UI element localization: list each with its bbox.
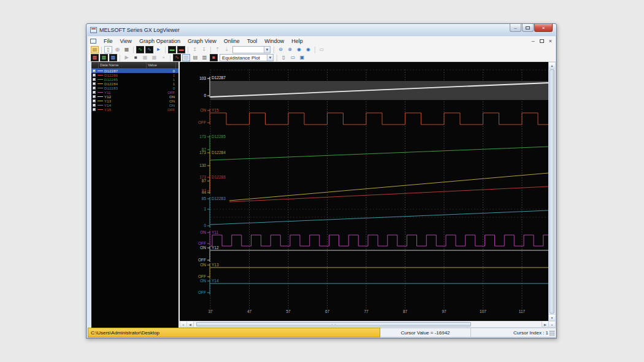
menu-graph-view[interactable]: Graph View [184,37,220,45]
tick-label: OFF [198,274,206,279]
visibility-checkbox[interactable]: ✓ [93,99,96,102]
menu-online[interactable]: Online [220,37,243,45]
close-button[interactable]: × [534,24,553,32]
data-value-label: OFF [153,91,178,94]
menu-file[interactable]: File [100,37,117,45]
vertical-scrollbar[interactable]: ▲ ▼ [548,62,556,321]
menu-help[interactable]: Help [288,37,307,45]
menu-tool[interactable]: Tool [243,37,261,45]
visibility-checkbox[interactable]: ✓ [93,87,96,90]
menu-window[interactable]: Window [261,37,288,45]
open-file-icon[interactable]: ▯ [104,46,112,53]
scroll-down-button[interactable]: ▼ [549,314,555,320]
data-list-panel: Data Name Value ✓D122870✓D122861✓D122851… [91,62,178,328]
chevron-down-icon[interactable]: ▼ [264,47,270,53]
maximize-button[interactable] [522,24,534,32]
child-close-button[interactable]: × [549,38,552,44]
maximize-icon [526,26,530,29]
play-icon[interactable]: ▶ [123,54,131,61]
child-window-icon[interactable] [90,39,96,44]
visibility-checkbox[interactable]: ✓ [93,74,96,77]
legend-row-D12286[interactable]: ✓D122861 [91,73,178,77]
grid-cols-icon[interactable]: ▥ [201,54,209,61]
find-data-icon[interactable]: ◎ [113,46,121,53]
jump-prev-icon[interactable]: ⇡ [213,46,221,53]
visibility-checkbox[interactable]: ✓ [93,82,96,85]
trend-graph-area[interactable]: 1030D12287ONOFFY1517387D122851731308744D… [180,62,548,321]
capture-icon[interactable]: ▭ [318,46,326,53]
legend-row-Y13[interactable]: ✓Y13ON [91,99,178,103]
grid-rows-icon[interactable]: ▤ [191,54,199,61]
legend-row-D12284[interactable]: ✓D122841 [91,82,178,86]
legend-row-D12287[interactable]: ✓D122870 [91,69,178,73]
horizontal-scroll-thumb[interactable] [196,322,471,326]
scroll-end-button[interactable]: » [548,322,555,327]
historical-trend-icon[interactable]: ∿ [173,54,181,61]
chevron-down-icon[interactable]: ▼ [267,55,273,61]
print-icon[interactable]: ▦ [123,46,131,53]
realtime-trend-icon[interactable]: ▥ [182,54,190,61]
visibility-checkbox[interactable]: ✓ [93,95,96,98]
data-setting2-icon[interactable]: ▩ [100,54,108,61]
visibility-checkbox[interactable]: ✓ [93,104,96,107]
close-graph-icon[interactable]: × [159,54,167,61]
plot-mode-combo[interactable]: Equidistance Plot▼ [220,54,274,61]
trend-window-alt-icon[interactable]: ▬ [177,46,185,53]
cascade-windows-icon[interactable]: ▣ [298,54,306,61]
vertical-scroll-thumb[interactable] [550,69,554,314]
menu-view[interactable]: View [117,37,136,45]
graph-view-alt-icon[interactable]: ∿ [145,46,153,53]
minimize-button[interactable]: – [510,24,521,32]
zoom-out-icon[interactable]: ⊖ [277,46,285,53]
legend-row-Y12[interactable]: ✓Y12ON [91,94,178,99]
checkbox-column-header[interactable] [91,62,99,68]
cursor-down-icon[interactable]: ↧ [200,46,208,53]
legend-row-D12283[interactable]: ✓D122830 [91,86,178,90]
legend-row-Y15[interactable]: ✓Y15OFF [91,107,178,112]
visibility-checkbox[interactable]: ✓ [93,78,96,81]
visibility-checkbox[interactable]: ✓ [93,69,96,72]
data-value-label: ON [153,95,178,99]
title-bar[interactable]: MELSOFT Series GX LogViewer – × [86,24,556,36]
visibility-checkbox[interactable]: ✓ [93,91,96,94]
scroll-up-button[interactable]: ▲ [549,63,555,69]
scroll-home-button[interactable]: « [180,322,187,327]
legend-row-Y14[interactable]: ✓Y14ON [91,103,178,107]
file-path-status: C:\Users\Administrator\Desktop [88,328,380,337]
horizontal-scrollbar[interactable]: « ◀ ▶ » [180,321,556,328]
menu-graph-operation[interactable]: Graph Operation [136,37,184,45]
cursor-up-icon[interactable]: ↥ [191,46,199,53]
jump-next-icon[interactable]: ⇣ [223,46,231,53]
scroll-left-button[interactable]: ◀ [187,322,194,327]
data-search-combo[interactable]: ▼ [232,46,270,53]
online-run-icon[interactable]: ► [155,46,163,53]
alarm-graph-icon[interactable]: ■ [210,54,218,61]
open-log-icon[interactable]: ▤ [91,46,99,53]
tile-horizontal-icon[interactable]: ▭ [289,54,297,61]
visibility-checkbox[interactable]: ✓ [93,108,96,111]
horizontal-scroll-track[interactable] [194,322,542,327]
legend-row-D12285[interactable]: ✓D122851 [91,77,178,82]
resize-grip[interactable] [550,331,554,336]
toolbar-separator [101,47,102,53]
legend-row-Y11[interactable]: ✓Y11OFF [91,90,178,94]
value-column-header[interactable]: Value [147,62,176,68]
zoom-next-icon[interactable]: ◉ [304,46,312,53]
tile-vertical-icon[interactable]: ▯ [280,54,288,61]
data-name-column-header[interactable]: Data Name [99,62,147,68]
data-list-header[interactable]: Data Name Value [91,62,178,69]
tick-label: 130 [199,163,206,168]
trend-window-icon[interactable]: ▬ [168,46,176,53]
data-setting-icon[interactable]: ▩ [91,54,99,61]
scroll-right-button[interactable]: ▶ [542,322,548,327]
zoom-prev-icon[interactable]: ◉ [295,46,303,53]
child-restore-button[interactable] [540,39,544,43]
resume-icon[interactable]: ▦ [150,54,158,61]
graph-view-icon[interactable]: ∿ [136,46,144,53]
pause-icon[interactable]: ▦ [141,54,149,61]
child-minimize-button[interactable]: – [532,38,535,44]
trend-graph-svg[interactable]: 1030D12287ONOFFY1517387D122851731308744D… [180,62,548,321]
zoom-in-icon[interactable]: ⊕ [286,46,294,53]
data-setting3-icon[interactable]: ▩ [109,54,117,61]
stop-icon[interactable]: ■ [132,54,140,61]
